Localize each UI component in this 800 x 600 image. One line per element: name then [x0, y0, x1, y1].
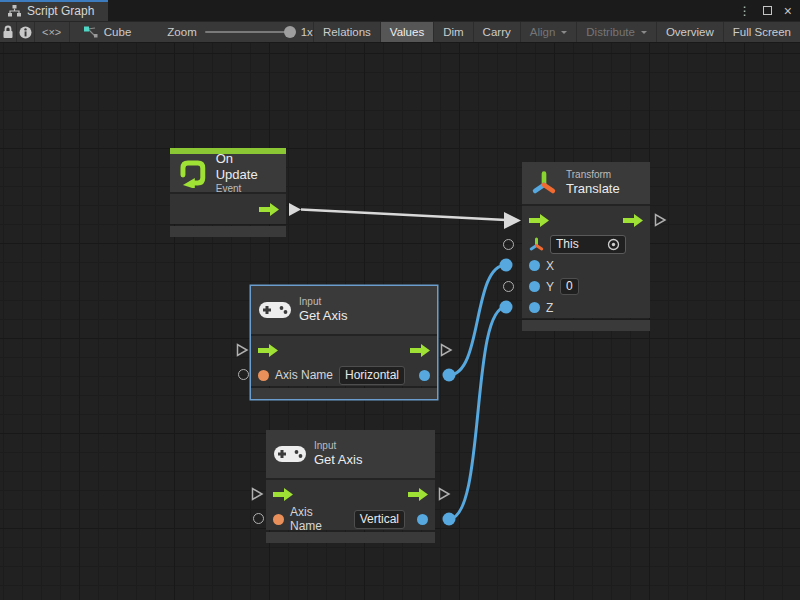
node-category: Input	[299, 296, 347, 309]
node-footer	[251, 388, 437, 399]
y-value-field[interactable]: 0	[560, 278, 579, 295]
flow-in-triangle-port[interactable]	[236, 343, 249, 357]
script-machine-icon	[84, 26, 98, 38]
dim-button[interactable]: Dim	[433, 22, 472, 42]
align-dropdown[interactable]: Align	[520, 22, 577, 42]
graph-canvas[interactable]: On Update Event	[0, 43, 800, 600]
connection-flow-onupdate-translate[interactable]	[289, 203, 521, 229]
maximize-icon[interactable]	[763, 6, 772, 15]
node-category: Transform	[566, 169, 620, 182]
window-menu-icon[interactable]: ⋮	[739, 4, 751, 18]
axis-name-label: Axis Name	[275, 368, 333, 382]
flow-output-port[interactable]	[410, 344, 430, 357]
node-title: Get Axis	[299, 308, 347, 324]
zoom-slider[interactable]	[205, 31, 293, 33]
tab-script-graph[interactable]: Script Graph	[0, 0, 108, 21]
gamepad-icon	[274, 444, 306, 464]
flow-output-port[interactable]	[259, 203, 279, 216]
graph-breadcrumb-cube[interactable]: Cube	[84, 22, 132, 42]
flow-output-port[interactable]	[408, 488, 428, 501]
object-picker-icon[interactable]	[607, 238, 620, 251]
zoom-slider-handle[interactable]	[284, 26, 296, 38]
x-input-port[interactable]	[529, 260, 540, 271]
flow-output-port[interactable]	[623, 214, 643, 227]
result-output-port[interactable]	[419, 370, 430, 381]
tab-title: Script Graph	[27, 4, 94, 18]
flow-out-triangle-port[interactable]	[440, 343, 453, 357]
node-header: On Update Event	[170, 154, 286, 192]
graph-hierarchy-icon	[8, 5, 21, 17]
window-controls: ⋮ ×	[739, 0, 792, 21]
close-icon[interactable]: ×	[784, 4, 792, 18]
transform-type-icon	[529, 237, 544, 252]
transform-icon	[530, 169, 558, 197]
lock-icon	[2, 25, 14, 39]
node-header: Input Get Axis	[251, 286, 437, 334]
chevron-down-icon	[561, 31, 567, 37]
flow-out-triangle-port[interactable]	[654, 213, 667, 227]
z-input-port[interactable]	[529, 302, 540, 313]
lock-button[interactable]	[0, 22, 17, 42]
toolbar-buttons: Relations Values Dim Carry Align Distrib…	[313, 22, 800, 42]
carry-button[interactable]: Carry	[473, 22, 520, 42]
node-subtitle: Event	[216, 183, 278, 196]
code-glyph: <×>	[42, 26, 61, 38]
node-title: Get Axis	[314, 452, 362, 468]
axis-name-field[interactable]: Vertical	[354, 510, 405, 529]
node-get-axis-horizontal[interactable]: Input Get Axis Axis Name Hor	[251, 286, 437, 399]
target-object-value: This	[556, 237, 579, 252]
flow-in-triangle-port[interactable]	[251, 487, 264, 501]
y-port-label: Y	[546, 280, 554, 294]
zoom-control: Zoom 1x	[167, 22, 313, 42]
node-footer	[170, 226, 286, 237]
connection-value-vertical-z[interactable]	[443, 301, 513, 526]
target-object-field[interactable]: This	[550, 235, 626, 254]
axis-name-port-circle[interactable]	[238, 369, 249, 380]
axis-name-input-port[interactable]	[273, 514, 284, 525]
node-get-axis-vertical[interactable]: Input Get Axis Axis Name Ver	[266, 430, 435, 543]
flow-out-triangle-port[interactable]	[438, 487, 451, 501]
result-output-port[interactable]	[417, 514, 428, 525]
connection-value-horizontal-x[interactable]	[443, 259, 513, 382]
axis-name-input-port[interactable]	[258, 370, 269, 381]
breadcrumb-label: Cube	[104, 26, 132, 38]
chevron-down-icon	[641, 31, 647, 37]
y-input-port[interactable]	[529, 281, 540, 292]
node-header: Transform Translate	[522, 162, 650, 204]
info-icon	[19, 26, 32, 39]
preview-code-button[interactable]: <×>	[35, 22, 70, 42]
relations-button[interactable]: Relations	[313, 22, 380, 42]
node-footer	[266, 532, 435, 543]
this-port-circle[interactable]	[503, 239, 514, 250]
node-title: Translate	[566, 181, 620, 197]
y-port-circle[interactable]	[503, 281, 514, 292]
tab-bar: Script Graph ⋮ ×	[0, 0, 800, 21]
node-translate[interactable]: Transform Translate	[522, 162, 650, 331]
node-title: On Update	[216, 151, 278, 184]
node-category: Input	[314, 440, 362, 453]
x-port-label: X	[546, 259, 554, 273]
flow-input-port[interactable]	[529, 214, 549, 227]
distribute-dropdown[interactable]: Distribute	[576, 22, 656, 42]
axis-name-field[interactable]: Horizontal	[339, 366, 405, 385]
gamepad-icon	[259, 300, 291, 320]
axis-name-port-circle[interactable]	[253, 513, 264, 524]
values-button[interactable]: Values	[380, 22, 433, 42]
overview-button[interactable]: Overview	[656, 22, 723, 42]
flow-input-port[interactable]	[273, 488, 293, 501]
script-graph-window: Script Graph ⋮ × <×>	[0, 0, 800, 600]
tab-focus-accent	[0, 0, 108, 2]
zoom-value: 1x	[301, 26, 313, 38]
zoom-label: Zoom	[167, 26, 196, 38]
on-update-loop-icon	[178, 158, 208, 188]
node-on-update[interactable]: On Update Event	[170, 148, 286, 237]
axis-name-label: Axis Name	[290, 505, 348, 533]
flow-input-port[interactable]	[258, 344, 278, 357]
inspect-button[interactable]	[17, 22, 34, 42]
node-header: Input Get Axis	[266, 430, 435, 478]
graph-toolbar: <×> Cube Zoom 1x Relations Values Dim Ca…	[0, 21, 800, 43]
full-screen-button[interactable]: Full Screen	[723, 22, 800, 42]
z-port-label: Z	[546, 301, 553, 315]
node-footer	[522, 320, 650, 331]
